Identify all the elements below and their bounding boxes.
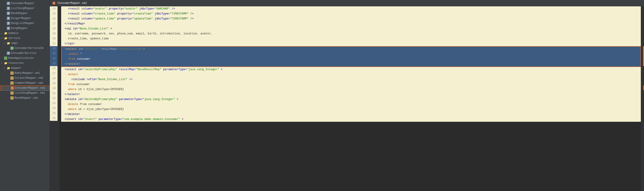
code-line-22: <select id="allUser" resultMap="BaseResu… xyxy=(62,46,640,52)
xml-icon: X xyxy=(10,92,14,94)
xml-icon: X xyxy=(10,82,14,85)
xml-icon: X xyxy=(10,96,14,100)
sidebar-item-songListMapper[interactable]: I SongListMapper xyxy=(0,21,50,26)
right-gutter xyxy=(641,6,644,191)
editor-content: 14 15 16 17 18 19 20 21 22 23 24 25 26 2… xyxy=(50,6,644,191)
code-line-31: </select> xyxy=(61,92,641,97)
sidebar-item-songMapper[interactable]: I SongMapper xyxy=(0,26,50,31)
sidebar-item-service[interactable]: 📁 service xyxy=(0,36,50,41)
editor-area: X ConsumerMapper.xml 14 15 16 17 18 19 2… xyxy=(50,0,644,191)
sidebar-label: resources xyxy=(8,62,24,65)
sidebar-label: CollectMapper.xml xyxy=(14,76,44,80)
line-num-18: 18 xyxy=(50,26,58,31)
line-num-14: 14 xyxy=(50,6,58,11)
sidebar-label: ListSongMapper.xml xyxy=(14,92,45,94)
code-line-14: <result column="avator" property="avator… xyxy=(61,6,641,11)
sidebar-item-resources[interactable]: 📁 resources xyxy=(0,61,50,66)
sidebar-label: ConsumerServiceIm xyxy=(14,46,44,50)
file-tree: I ConsumerMapper I ListSongMapper I Rank… xyxy=(0,0,50,191)
folder-icon: 📁 xyxy=(4,37,8,40)
folder-icon: 📁 xyxy=(4,62,8,65)
code-line-30: where id = #{id,jdbcType=INTEGER} xyxy=(61,87,641,92)
line-num-17: 17 xyxy=(50,21,58,26)
sidebar-item-singerMapper[interactable]: I SingerMapper xyxy=(0,16,50,21)
sidebar-item-consumerMapper[interactable]: I ConsumerMapper xyxy=(0,1,50,6)
sidebar-item-adminMapperXml[interactable]: X AdminMapper.xml xyxy=(0,70,50,76)
line-num-36: 36 xyxy=(50,116,58,121)
sidebar-label: DemoApplication xyxy=(8,56,34,60)
code-line-34: where id = #{id,jdbcType=INTEGER} xyxy=(61,107,641,112)
line-num-35: 35 xyxy=(50,111,58,116)
sidebar-label: ConsumerMapper xyxy=(11,2,35,5)
sidebar-label: impl xyxy=(11,42,18,45)
line-num-29: 29 xyxy=(50,81,58,86)
line-num-24: 24 xyxy=(50,56,58,61)
line-num-30: 30 xyxy=(50,86,58,91)
line-num-32: 32 xyxy=(50,96,58,101)
tab-label: ConsumerMapper.xml xyxy=(58,2,87,5)
chevron-icon xyxy=(4,42,6,44)
xml-icon: X xyxy=(11,86,14,90)
sidebar-label: domain xyxy=(8,32,18,35)
code-line-24: from consumer xyxy=(62,56,640,62)
sidebar-item-listSongMapperXml[interactable]: X ListSongMapper.xml xyxy=(0,90,50,96)
xml-icon: X xyxy=(10,72,14,75)
editor-tabs: X ConsumerMapper.xml xyxy=(50,0,644,6)
sidebar-label: service xyxy=(8,37,20,40)
sidebar-label: mapper xyxy=(11,66,21,70)
sidebar-item-domain[interactable]: 📁 domain xyxy=(0,31,50,36)
chevron-icon xyxy=(4,67,6,70)
interface-icon: I xyxy=(7,12,10,15)
sidebar-label: SingerMapper xyxy=(11,17,31,20)
sidebar-label: SongListMapper xyxy=(11,22,35,25)
sidebar-item-consumerService[interactable]: I ConsumerService xyxy=(0,51,50,56)
code-line-35: </delete> xyxy=(61,112,641,117)
sidebar-item-consumerMapperXml[interactable]: X ConsumerMapper.xml xyxy=(0,86,50,90)
sidebar-item-listSongMapper[interactable]: I ListSongMapper xyxy=(0,6,50,11)
sidebar-label: ConsumerService xyxy=(11,52,36,55)
interface-icon: I xyxy=(7,7,10,10)
line-num-15: 15 xyxy=(50,11,58,16)
sidebar-label: AdminMapper.xml xyxy=(14,72,40,75)
code-line-36: <insert id="insert" parameterType="com.e… xyxy=(61,117,641,122)
line-num-26: 26 xyxy=(50,66,58,71)
sidebar-item-collectMapperXml[interactable]: X CollectMapper.xml xyxy=(0,76,50,80)
sidebar-label: RankMapper.xml xyxy=(14,96,38,100)
sidebar-item-demoApplication[interactable]: 🌿 DemoApplication xyxy=(0,56,50,61)
tab-consumerMapperXml[interactable]: X ConsumerMapper.xml xyxy=(50,0,90,6)
folder-icon: 📁 xyxy=(4,32,8,35)
code-line-32: <delete id="deleteByPrimaryKey" paramete… xyxy=(61,97,641,102)
sidebar-item-consumerServiceImpl[interactable]: C ConsumerServiceIm xyxy=(0,46,50,51)
sidebar-label: ListSongMapper xyxy=(11,7,35,10)
interface-icon: I xyxy=(7,52,10,55)
code-line-16: <result column="update_time" property="u… xyxy=(61,16,641,21)
code-line-28: <include refid="Base_Column_List" /> xyxy=(61,77,641,82)
sidebar-label: CommentMapper.xml xyxy=(14,82,44,85)
code-line-33: delete from consumer xyxy=(61,102,641,107)
sidebar-label: ConsumerMapper.xml xyxy=(15,86,45,90)
sidebar-item-impl[interactable]: 📁 impl xyxy=(0,41,50,46)
code-line-27: select xyxy=(61,72,641,77)
line-num-22: 22 xyxy=(50,46,58,51)
spring-icon: 🌿 xyxy=(4,56,7,60)
chevron-icon xyxy=(1,37,4,40)
code-line-17: </resultMap> xyxy=(61,21,641,26)
code-line-26: <select id="selectByPrimaryKey" resultMa… xyxy=(61,67,641,72)
folder-icon: 📁 xyxy=(7,66,10,70)
line-num-19: 19 xyxy=(50,31,58,36)
code-line-29: from consumer xyxy=(61,82,641,87)
line-num-21: 21 xyxy=(50,41,58,46)
line-num-27: 27 xyxy=(50,71,58,76)
sidebar-label: RankMapper xyxy=(11,12,28,15)
code-line-21: </sql> xyxy=(61,41,641,46)
class-icon: C xyxy=(10,46,14,50)
line-num-28: 28 xyxy=(50,76,58,81)
folder-icon: 📁 xyxy=(7,42,10,45)
code-line-20: create_time, update_time xyxy=(61,36,641,41)
sidebar-item-rankMapperXml[interactable]: X RankMapper.xml xyxy=(0,96,50,100)
sidebar-item-mapper[interactable]: 📁 mapper xyxy=(0,66,50,70)
interface-icon: I xyxy=(7,22,10,25)
code-editor[interactable]: <result column="avator" property="avator… xyxy=(59,6,641,191)
sidebar-item-rankMapper[interactable]: I RankMapper xyxy=(0,11,50,16)
sidebar-item-commentMapperXml[interactable]: X CommentMapper.xml xyxy=(0,80,50,86)
